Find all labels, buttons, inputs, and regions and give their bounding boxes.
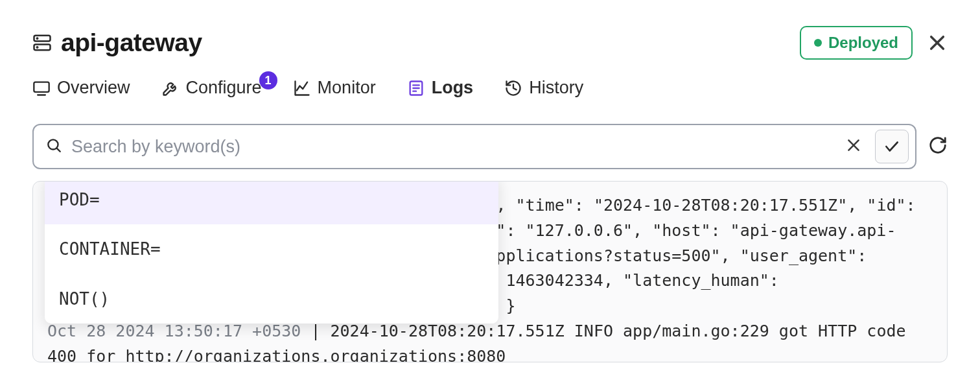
search-input[interactable] bbox=[71, 137, 832, 157]
status-label: Deployed bbox=[828, 34, 898, 52]
clear-search-icon[interactable] bbox=[841, 133, 866, 160]
tab-overview[interactable]: Overview bbox=[32, 78, 130, 98]
tab-label: Monitor bbox=[318, 78, 376, 98]
status-badge: Deployed bbox=[800, 26, 913, 60]
search-box bbox=[32, 124, 916, 169]
svg-rect-6 bbox=[34, 82, 49, 91]
tab-bar: Overview Configure 1 Monitor Logs Histor… bbox=[32, 78, 948, 98]
status-dot-icon bbox=[814, 39, 822, 47]
svg-point-3 bbox=[37, 47, 38, 48]
svg-point-2 bbox=[37, 38, 38, 39]
tab-configure[interactable]: Configure 1 bbox=[161, 78, 262, 98]
tab-logs[interactable]: Logs bbox=[407, 78, 474, 98]
suggestion-item[interactable]: CONTAINER= bbox=[45, 224, 498, 274]
suggestion-item[interactable]: NOT() bbox=[45, 274, 498, 324]
svg-line-13 bbox=[57, 148, 60, 152]
submit-search-button[interactable] bbox=[875, 130, 909, 163]
refresh-icon[interactable] bbox=[928, 136, 948, 158]
history-icon bbox=[504, 79, 522, 97]
tab-history[interactable]: History bbox=[504, 78, 583, 98]
tab-label: Logs bbox=[432, 78, 474, 98]
file-text-icon bbox=[407, 79, 425, 97]
monitor-screen-icon bbox=[32, 79, 51, 97]
tab-monitor[interactable]: Monitor bbox=[293, 78, 376, 98]
tab-label: Overview bbox=[57, 78, 130, 98]
search-icon bbox=[45, 137, 62, 156]
search-suggestions: POD= CONTAINER= NOT() bbox=[45, 181, 498, 324]
suggestion-item[interactable]: POD= bbox=[45, 181, 498, 224]
line-chart-icon bbox=[293, 79, 311, 97]
log-line: Oct 28 2024 13:50:17 +0530 | 2024-10-28T… bbox=[47, 319, 933, 362]
server-icon bbox=[32, 33, 52, 53]
log-timestamp: Oct 28 2024 13:50:17 +0530 bbox=[47, 322, 301, 340]
configure-badge: 1 bbox=[259, 71, 277, 89]
log-output: POD= CONTAINER= NOT() Oct 28 2024 13:50:… bbox=[32, 181, 948, 362]
page-title: api-gateway bbox=[61, 29, 202, 57]
tab-label: History bbox=[529, 78, 583, 98]
close-icon[interactable] bbox=[927, 32, 948, 53]
tab-label: Configure bbox=[186, 78, 262, 98]
wrench-icon bbox=[161, 79, 180, 97]
